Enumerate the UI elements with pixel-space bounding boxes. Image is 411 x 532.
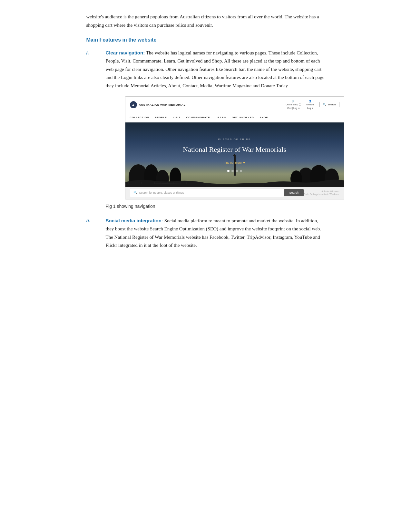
feature-content-1: Clear navigation: The website has logica… bbox=[106, 49, 325, 90]
nav-commemorate[interactable]: COMMEMORATE bbox=[186, 116, 210, 120]
carousel-dots bbox=[227, 170, 242, 172]
hero-title: National Register of War Memorials bbox=[183, 144, 286, 155]
features-list-2: ii. Social media integration: Social med… bbox=[86, 217, 325, 250]
dot-icon: ● bbox=[243, 160, 245, 166]
hero-subtitle: PLACES OF PRIDE bbox=[218, 138, 251, 142]
feature-item-2: ii. Social media integration: Social med… bbox=[86, 217, 325, 250]
awm-logo: ▲ AUSTRALIAN WAR MEMORIAL bbox=[130, 101, 186, 108]
awm-topbar: ▲ AUSTRALIAN WAR MEMORIAL 🛒 Online Shop … bbox=[125, 97, 344, 113]
feature-text-1: The website has logical names for naviga… bbox=[106, 50, 325, 88]
awm-logo-icon: ▲ bbox=[130, 101, 137, 108]
nav-learn[interactable]: LEARN bbox=[216, 116, 226, 120]
awm-screenshot: ▲ AUSTRALIAN WAR MEMORIAL 🛒 Online Shop … bbox=[125, 96, 344, 199]
features-list: i. Clear navigation: The website has log… bbox=[86, 49, 325, 200]
nav-collection[interactable]: COLLECTION bbox=[130, 116, 149, 120]
nav-get-involved[interactable]: GET INVOLVED bbox=[232, 116, 254, 120]
dot-3[interactable] bbox=[236, 170, 238, 172]
search-icon-input: 🔍 bbox=[133, 190, 137, 195]
person-icon: 👤 bbox=[309, 99, 312, 103]
section-heading: Main Features in the website bbox=[86, 36, 325, 44]
awm-search-input-wrap[interactable]: 🔍 Search for people, places or things bbox=[130, 188, 284, 197]
feature-number-2: ii. bbox=[86, 217, 106, 250]
feature-number-1: i. bbox=[86, 49, 106, 90]
awm-website-login: 👤 Website Log In bbox=[306, 99, 314, 110]
awm-online-shop: 🛒 Online Shop ⓘ Cart | Log In bbox=[286, 99, 301, 110]
search-placeholder-text: Search for people, places or things bbox=[139, 190, 184, 195]
awm-hero: PLACES OF PRIDE National Register of War… bbox=[125, 122, 344, 187]
page-container: website's audience is the general populo… bbox=[67, 0, 344, 276]
intro-paragraph: website's audience is the general populo… bbox=[86, 13, 325, 29]
dot-4[interactable] bbox=[240, 170, 242, 172]
awm-navbar: COLLECTION PEOPLE VISIT COMMEMORATE LEAR… bbox=[125, 113, 344, 123]
windows-watermark: Activate Windows Go to Settings to activ… bbox=[304, 190, 339, 196]
feature-label-2: Social media integration: bbox=[106, 218, 163, 223]
nav-visit[interactable]: VISIT bbox=[173, 116, 181, 120]
find-out-more-btn[interactable]: Find out more ● bbox=[224, 160, 245, 166]
cart-icon: 🛒 bbox=[292, 99, 295, 103]
feature-item-1: i. Clear navigation: The website has log… bbox=[86, 49, 325, 90]
screenshot-item: ▲ AUSTRALIAN WAR MEMORIAL 🛒 Online Shop … bbox=[106, 96, 325, 199]
nav-people[interactable]: PEOPLE bbox=[155, 116, 167, 120]
fig-caption: Fig 1 showing navigation bbox=[106, 203, 325, 210]
search-icon: 🔍 bbox=[323, 103, 326, 106]
feature-label-1: Clear navigation: bbox=[106, 50, 145, 55]
awm-logo-text: AUSTRALIAN WAR MEMORIAL bbox=[139, 102, 186, 107]
awm-search-row: 🔍 Search for people, places or things Se… bbox=[125, 187, 344, 199]
nav-shop[interactable]: SHOP bbox=[259, 116, 268, 120]
dot-1[interactable] bbox=[227, 170, 230, 172]
awm-search-submit-btn[interactable]: Search bbox=[284, 189, 304, 196]
awm-top-right: 🛒 Online Shop ⓘ Cart | Log In 👤 Website … bbox=[286, 99, 339, 110]
awm-search-button[interactable]: 🔍 Search bbox=[319, 102, 339, 107]
feature-content-2: Social media integration: Social media p… bbox=[106, 217, 325, 250]
find-out-more-label: Find out more bbox=[224, 160, 242, 165]
dot-2[interactable] bbox=[231, 170, 234, 172]
